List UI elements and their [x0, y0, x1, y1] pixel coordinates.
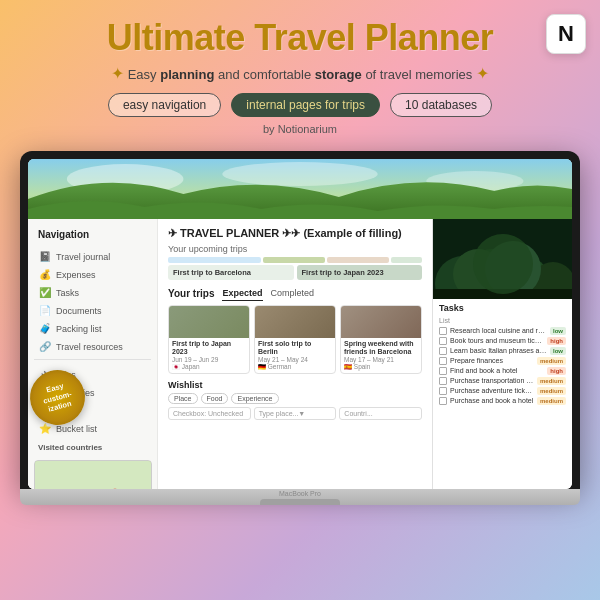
- task-row-8: Purchase and book a hotel medium: [439, 397, 566, 405]
- tasks-view: List: [439, 317, 566, 324]
- task-priority-2: high: [547, 337, 566, 345]
- expenses-icon: 💰: [38, 268, 52, 282]
- badge-internal-pages[interactable]: internal pages for trips: [231, 93, 380, 117]
- svg-point-2: [222, 162, 377, 186]
- sidebar-item-tasks[interactable]: ✅ Tasks: [34, 284, 151, 302]
- task-checkbox-3[interactable]: [439, 347, 447, 355]
- notion-logo: N: [546, 14, 586, 54]
- task-label-7: Purchase adventure tickets: [450, 387, 534, 394]
- macbook-base: MacBook Pro: [20, 489, 580, 505]
- right-panel: Tasks List Research local cuisine and re…: [432, 219, 572, 489]
- landscape-banner: [28, 159, 572, 219]
- filter-place[interactable]: Place: [168, 393, 198, 404]
- sidebar-map: Switzerland Liechtenstein +: [34, 460, 152, 489]
- task-row-4: Prepare finances medium: [439, 357, 566, 365]
- upcoming-section: Your upcoming trips First trip t: [168, 244, 422, 280]
- tasks-icon: ✅: [38, 286, 52, 300]
- sidebar-item-documents[interactable]: 📄 Documents: [34, 302, 151, 320]
- sidebar-label: Packing list: [56, 324, 102, 334]
- timeline-bar: [168, 257, 422, 263]
- page-header: N Ultimate Travel Planner ✦ Easy plannin…: [0, 0, 600, 151]
- task-row-2: Book tours and museum tickets high: [439, 337, 566, 345]
- upcoming-trip-2[interactable]: First trip to Japan 2023: [297, 265, 423, 280]
- upcoming-label: Your upcoming trips: [168, 244, 422, 254]
- trip-card-1[interactable]: First trip to Japan 2023 Jun 19 – Jun 29…: [168, 305, 250, 375]
- upcoming-trip-1[interactable]: First trip to Barcelona: [168, 265, 294, 280]
- main-content: ✈ TRAVEL PLANNER ✈✈ (Example of filling)…: [158, 219, 432, 489]
- sidebar-label: Bucket list: [56, 424, 97, 434]
- svg-rect-4: [35, 461, 152, 489]
- task-checkbox-6[interactable]: [439, 377, 447, 385]
- task-row-1: Research local cuisine and restaurants l…: [439, 327, 566, 335]
- sidebar-label: Travel journal: [56, 252, 110, 262]
- tab-completed[interactable]: Completed: [271, 288, 315, 301]
- task-priority-6: medium: [537, 377, 566, 385]
- resources-icon: 🔗: [38, 340, 52, 354]
- badge-databases[interactable]: 10 databases: [390, 93, 492, 117]
- tab-expected[interactable]: Expected: [222, 288, 262, 301]
- sidebar-item-expenses[interactable]: 💰 Expenses: [34, 266, 151, 284]
- packing-icon: 🧳: [38, 322, 52, 336]
- your-trips-section: Your trips Expected Completed First trip…: [168, 288, 422, 375]
- wishlist-filters: Place Food Experience: [168, 393, 422, 404]
- task-checkbox-5[interactable]: [439, 367, 447, 375]
- sidebar-label: Expenses: [56, 270, 96, 280]
- svg-point-17: [473, 234, 533, 294]
- landscape-svg: [28, 159, 572, 219]
- wishlist-place-input[interactable]: Type place...▼: [254, 407, 337, 420]
- task-priority-4: medium: [537, 357, 566, 365]
- task-checkbox-4[interactable]: [439, 357, 447, 365]
- trip-card-3[interactable]: Spring weekend with friends in Barcelona…: [340, 305, 422, 375]
- sidebar-item-resources[interactable]: 🔗 Travel resources: [34, 338, 151, 356]
- wishlist-checkbox-filter[interactable]: Checkbox: Unchecked: [168, 407, 251, 420]
- task-checkbox-7[interactable]: [439, 387, 447, 395]
- forest-image: [433, 219, 572, 299]
- sidebar-item-packing[interactable]: 🧳 Packing list: [34, 320, 151, 338]
- forest-svg: [433, 219, 572, 299]
- badges-container: easy navigation internal pages for trips…: [20, 93, 580, 117]
- wishlist-country-input[interactable]: Countri...: [339, 407, 422, 420]
- screen-content: Navigation 📓 Travel journal 💰 Expenses ✅…: [28, 159, 572, 489]
- task-priority-7: medium: [537, 387, 566, 395]
- documents-icon: 📄: [38, 304, 52, 318]
- task-row-7: Purchase adventure tickets medium: [439, 387, 566, 395]
- task-row-3: Learn basic Italian phrases and words lo…: [439, 347, 566, 355]
- task-checkbox-1[interactable]: [439, 327, 447, 335]
- subtitle: ✦ Easy planning and comfortable storage …: [20, 64, 580, 83]
- task-label-4: Prepare finances: [450, 357, 534, 364]
- task-label-3: Learn basic Italian phrases and words: [450, 347, 547, 354]
- task-label-5: Find and book a hotel: [450, 367, 544, 374]
- sidebar-label: Travel resources: [56, 342, 123, 352]
- task-checkbox-2[interactable]: [439, 337, 447, 345]
- trip-cards: First trip to Japan 2023 Jun 19 – Jun 29…: [168, 305, 422, 375]
- travel-journal-icon: 📓: [38, 250, 52, 264]
- trips-tabs: Your trips Expected Completed: [168, 288, 422, 301]
- map-svg: Switzerland Liechtenstein: [35, 461, 152, 489]
- tasks-panel: Tasks List Research local cuisine and re…: [433, 299, 572, 411]
- wishlist-section: Wishlist Place Food Experience Checkbox:…: [168, 380, 422, 420]
- sidebar-label: Documents: [56, 306, 102, 316]
- by-line: by Notionarium: [20, 123, 580, 135]
- task-label-6: Purchase transportation tickets: [450, 377, 534, 384]
- task-checkbox-8[interactable]: [439, 397, 447, 405]
- task-priority-8: medium: [537, 397, 566, 405]
- task-label-2: Book tours and museum tickets: [450, 337, 544, 344]
- sidebar-item-travel-journal[interactable]: 📓 Travel journal: [34, 248, 151, 266]
- task-priority-3: low: [550, 347, 566, 355]
- task-row-5: Find and book a hotel high: [439, 367, 566, 375]
- page-title: ✈ TRAVEL PLANNER ✈✈ (Example of filling): [168, 227, 422, 240]
- filter-food[interactable]: Food: [201, 393, 229, 404]
- task-priority-1: low: [550, 327, 566, 335]
- main-title: Ultimate Travel Planner: [20, 18, 580, 58]
- sidebar-label: Tasks: [56, 288, 79, 298]
- task-label-1: Research local cuisine and restaurants: [450, 327, 547, 334]
- task-row-6: Purchase transportation tickets medium: [439, 377, 566, 385]
- trip-card-2[interactable]: First solo trip to Berlin May 21 – May 2…: [254, 305, 336, 375]
- wishlist-inputs: Checkbox: Unchecked Type place...▼ Count…: [168, 407, 422, 420]
- visited-label: Visited countries: [34, 438, 151, 454]
- macbook-label: MacBook Pro: [20, 489, 580, 499]
- nav-title: Navigation: [34, 227, 151, 242]
- macbook-frame: Easycustom-ization: [20, 151, 580, 505]
- badge-easy-nav[interactable]: easy navigation: [108, 93, 221, 117]
- filter-experience[interactable]: Experience: [231, 393, 278, 404]
